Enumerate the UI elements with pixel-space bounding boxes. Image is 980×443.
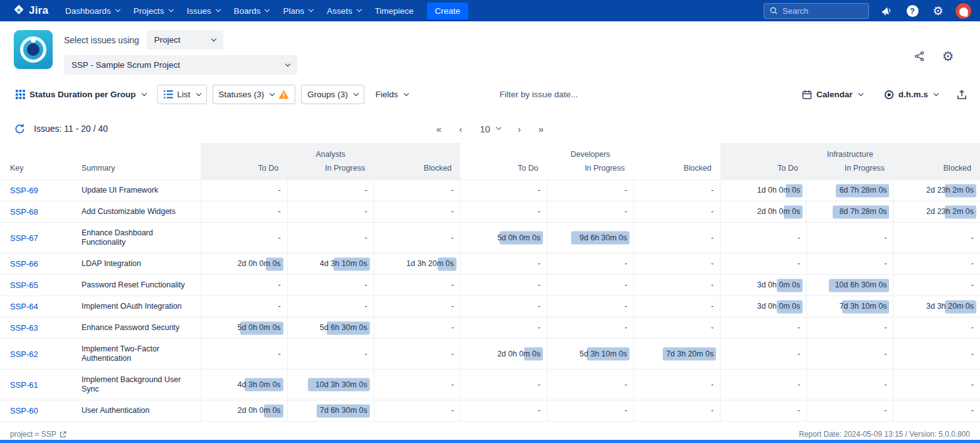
grid-icon — [16, 90, 25, 99]
issues-table-body: SSP-69Update UI Framework------1d 0h 0m … — [0, 180, 980, 422]
duration-value: - — [365, 186, 367, 195]
groups-select[interactable]: Groups (3) — [301, 85, 364, 104]
duration-cell: - — [287, 201, 374, 223]
duration-cell: - — [287, 180, 374, 201]
duration-cell: - — [201, 223, 287, 254]
issue-key-link[interactable]: SSP-60 — [10, 406, 38, 415]
duration-value: 2d 0h 0m 0s — [238, 259, 281, 268]
first-page-button[interactable]: « — [436, 124, 441, 134]
statuses-select[interactable]: Statuses (3) — [213, 85, 296, 104]
duration-value: 4d 3h 0m 0s — [238, 380, 281, 389]
issue-key-link[interactable]: SSP-66 — [10, 259, 38, 269]
issue-summary: Implement Background User Sync — [75, 370, 201, 400]
duration-cell: - — [634, 201, 720, 223]
duration-value: - — [711, 406, 714, 415]
issue-key-link[interactable]: SSP-69 — [10, 186, 38, 195]
duration-cell: - — [547, 254, 633, 275]
duration-value: 2d 0h 0m 0s — [757, 207, 800, 216]
duration-cell: 1d 0h 0m 0s — [720, 180, 807, 201]
duration-cell: - — [374, 201, 460, 223]
issue-key-link[interactable]: SSP-67 — [10, 233, 38, 243]
issue-key-link[interactable]: SSP-64 — [10, 302, 38, 311]
duration-cell: 3d 3h 20m 0s — [893, 296, 980, 318]
duration-value: - — [278, 186, 280, 195]
duration-cell: - — [460, 201, 547, 223]
last-page-button[interactable]: » — [539, 124, 544, 134]
nav-item-issues[interactable]: Issues — [180, 0, 227, 21]
export-button[interactable] — [954, 87, 970, 103]
duration-value: - — [971, 233, 974, 242]
previous-page-button[interactable]: ‹ — [459, 124, 462, 134]
report-type-select[interactable]: Status Duration per Group — [10, 85, 152, 104]
view-select[interactable]: List — [157, 85, 207, 104]
duration-cell: - — [720, 223, 807, 254]
app-settings-button[interactable]: ⚙ — [940, 48, 956, 64]
jira-logo[interactable]: Jira — [13, 4, 48, 17]
nav-item-dashboards[interactable]: Dashboards — [58, 0, 127, 21]
page-size-select[interactable]: 10 — [480, 124, 500, 134]
duration-cell: - — [201, 339, 287, 370]
share-button[interactable] — [911, 48, 927, 64]
duration-cell: 4d 3h 0m 0s — [201, 370, 287, 400]
duration-cell: - — [634, 223, 720, 254]
project-select[interactable]: SSP - Sample Scrum Project — [64, 55, 297, 75]
issue-key-link[interactable]: SSP-62 — [10, 350, 38, 359]
fields-select[interactable]: Fields — [370, 85, 414, 104]
calendar-select[interactable]: Calendar — [796, 85, 868, 104]
nav-item-label: Assets — [327, 6, 352, 16]
create-button[interactable]: Create — [427, 3, 469, 19]
group-header-infrastructure: Infrastructure — [720, 143, 980, 161]
duration-cell: - — [374, 275, 460, 296]
filter-query-link[interactable]: project = SSP — [10, 430, 66, 439]
user-avatar[interactable] — [956, 3, 971, 19]
duration-format-select[interactable]: d.h.m.s — [878, 85, 944, 104]
chevron-down-icon — [215, 7, 220, 12]
jira-logo-icon — [13, 4, 25, 17]
duration-value: 2d 23h 2m 0s — [926, 186, 974, 195]
global-search-box[interactable] — [764, 3, 869, 19]
issue-key-link[interactable]: SSP-65 — [10, 280, 38, 290]
status-column-header: To Do — [201, 161, 287, 180]
report-toolbar: Status Duration per Group List Statuses … — [0, 80, 980, 110]
list-view-icon — [164, 90, 173, 99]
duration-value: - — [711, 259, 714, 268]
app-header: Select issues using Project SSP - Sample… — [0, 21, 980, 80]
duration-cell: - — [201, 180, 287, 201]
global-search-input[interactable] — [782, 6, 863, 16]
issue-key-link[interactable]: SSP-63 — [10, 323, 38, 333]
nav-item-boards[interactable]: Boards — [227, 0, 277, 21]
next-page-button[interactable]: › — [518, 124, 521, 134]
duration-cell: 9d 6h 30m 0s — [547, 223, 633, 254]
duration-cell: 4d 3h 10m 0s — [287, 254, 374, 275]
announcements-button[interactable] — [878, 3, 895, 19]
issue-date-filter-input[interactable] — [500, 90, 791, 99]
duration-value: - — [711, 380, 714, 389]
duration-cell: 2d 0h 0m 0s — [201, 254, 287, 275]
settings-button[interactable]: ⚙ — [930, 3, 946, 19]
nav-item-projects[interactable]: Projects — [127, 0, 180, 21]
duration-cell: - — [807, 318, 893, 339]
duration-value: 6d 7h 28m 0s — [840, 186, 887, 195]
duration-cell: - — [893, 370, 980, 400]
refresh-button[interactable] — [11, 120, 28, 137]
issue-key-cell: SSP-61 — [0, 370, 75, 400]
duration-cell: - — [374, 180, 460, 201]
duration-cell: - — [807, 400, 893, 422]
nav-item-assets[interactable]: Assets — [320, 0, 368, 21]
duration-value: 4d 3h 10m 0s — [320, 259, 367, 268]
nav-item-timepiece[interactable]: Timepiece — [368, 0, 421, 21]
help-button[interactable]: ? — [904, 3, 920, 19]
issue-source-select[interactable]: Project — [147, 30, 223, 50]
duration-cell: - — [634, 254, 720, 275]
issue-key-link[interactable]: SSP-68 — [10, 207, 38, 216]
duration-value: - — [971, 323, 974, 332]
duration-value: 2d 23h 2m 0s — [926, 207, 974, 216]
nav-item-plans[interactable]: Plans — [276, 0, 320, 21]
filter-query-text: project = SSP — [10, 430, 56, 439]
duration-cell: - — [547, 201, 633, 223]
duration-cell: - — [547, 370, 633, 400]
duration-cell: - — [460, 180, 547, 201]
issue-summary: Password Reset Functionality — [75, 275, 201, 296]
issue-key-link[interactable]: SSP-61 — [10, 380, 38, 390]
statuses-select-value: Statuses (3) — [219, 90, 265, 99]
